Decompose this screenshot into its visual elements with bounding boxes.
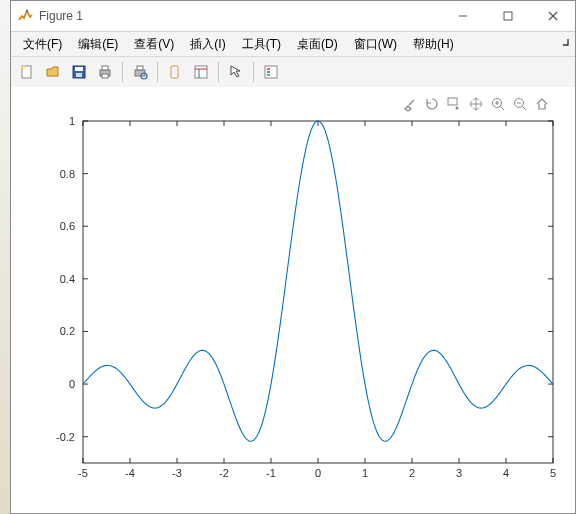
xtick-label: -5 xyxy=(78,467,88,479)
ytick-label: -0.2 xyxy=(56,431,75,443)
xtick-label: -1 xyxy=(266,467,276,479)
minimize-button[interactable] xyxy=(440,2,485,31)
menu-tools[interactable]: 工具(T) xyxy=(234,33,289,56)
svg-rect-8 xyxy=(76,73,82,77)
xtick-label: 5 xyxy=(550,467,556,479)
menu-view[interactable]: 查看(V) xyxy=(126,33,182,56)
toolbar-separator xyxy=(157,62,158,82)
svg-rect-7 xyxy=(75,67,83,71)
xtick-label: -3 xyxy=(172,467,182,479)
ytick-label: 0.2 xyxy=(60,325,75,337)
xtick-label: 1 xyxy=(362,467,368,479)
layout-button[interactable] xyxy=(189,60,213,84)
svg-rect-16 xyxy=(173,68,177,75)
menu-edit[interactable]: 编辑(E) xyxy=(70,33,126,56)
xtick-label: -2 xyxy=(219,467,229,479)
menu-file[interactable]: 文件(F) xyxy=(15,33,70,56)
toolbar-separator xyxy=(218,62,219,82)
save-button[interactable] xyxy=(67,60,91,84)
figure-canvas[interactable]: -5-4-3-2-1012345-0.200.20.40.60.81 xyxy=(11,87,575,513)
svg-rect-11 xyxy=(102,74,108,78)
figure-toolbar xyxy=(11,57,575,88)
xtick-label: 2 xyxy=(409,467,415,479)
new-figure-button[interactable] xyxy=(15,60,39,84)
xtick-label: 0 xyxy=(315,467,321,479)
window-title: Figure 1 xyxy=(39,9,83,23)
axes-box xyxy=(83,121,553,463)
maximize-button[interactable] xyxy=(485,2,530,31)
toolbar-separator xyxy=(122,62,123,82)
desktop-background: Figure 1 文件(F) 编辑(E) 查看(V) 插入(I) 工具(T) 桌… xyxy=(0,0,576,514)
menu-desktop[interactable]: 桌面(D) xyxy=(289,33,346,56)
print-preview-button[interactable] xyxy=(128,60,152,84)
axes[interactable]: -5-4-3-2-1012345-0.200.20.40.60.81 xyxy=(11,87,575,513)
svg-rect-10 xyxy=(102,66,108,70)
svg-point-0 xyxy=(26,10,29,13)
svg-rect-13 xyxy=(137,66,143,70)
insert-legend-button[interactable] xyxy=(259,60,283,84)
matlab-figure-icon xyxy=(17,8,33,24)
close-button[interactable] xyxy=(530,2,575,31)
ytick-label: 0 xyxy=(69,378,75,390)
menu-help[interactable]: 帮助(H) xyxy=(405,33,462,56)
device-button[interactable] xyxy=(163,60,187,84)
svg-rect-2 xyxy=(504,12,512,20)
figure-window: Figure 1 文件(F) 编辑(E) 查看(V) 插入(I) 工具(T) 桌… xyxy=(10,0,576,514)
svg-rect-20 xyxy=(265,66,277,78)
titlebar[interactable]: Figure 1 xyxy=(11,1,575,32)
xtick-label: 4 xyxy=(503,467,509,479)
ytick-label: 0.6 xyxy=(60,220,75,232)
print-button[interactable] xyxy=(93,60,117,84)
svg-rect-17 xyxy=(195,66,207,78)
xtick-label: -4 xyxy=(125,467,135,479)
ytick-label: 1 xyxy=(69,115,75,127)
menu-window[interactable]: 窗口(W) xyxy=(346,33,405,56)
toolbar-separator xyxy=(253,62,254,82)
menu-insert[interactable]: 插入(I) xyxy=(182,33,233,56)
menubar: 文件(F) 编辑(E) 查看(V) 插入(I) 工具(T) 桌面(D) 窗口(W… xyxy=(11,32,575,57)
ytick-label: 0.4 xyxy=(60,273,75,285)
menubar-overflow-icon[interactable] xyxy=(559,36,569,51)
open-button[interactable] xyxy=(41,60,65,84)
ytick-label: 0.8 xyxy=(60,168,75,180)
edit-plot-button[interactable] xyxy=(224,60,248,84)
xtick-label: 3 xyxy=(456,467,462,479)
